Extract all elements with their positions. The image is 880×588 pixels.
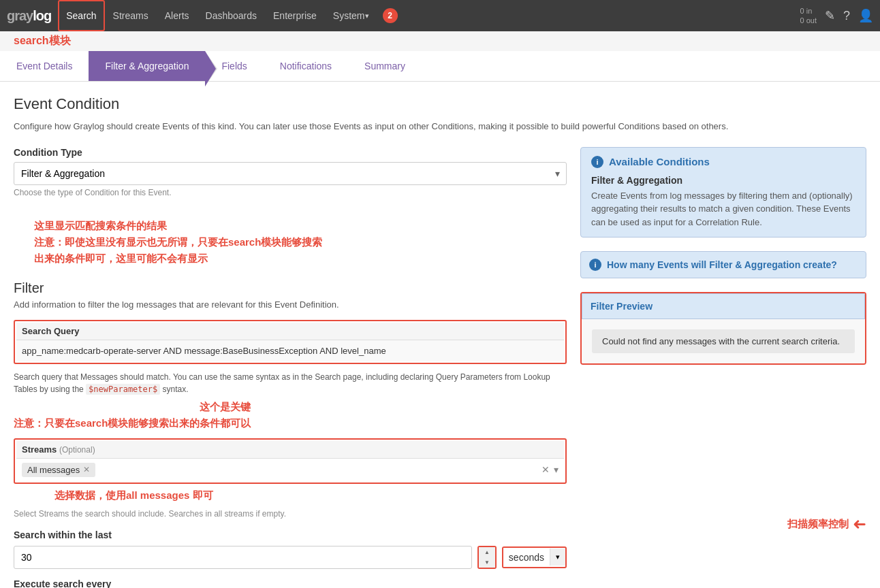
- streams-hint: Select Streams the search should include…: [14, 509, 567, 519]
- avail-conditions-subtitle: Filter & Aggregation: [591, 175, 855, 186]
- user-icon[interactable]: 👤: [858, 8, 873, 23]
- nav-search[interactable]: Search: [58, 0, 104, 31]
- how-many-info-icon: i: [589, 259, 601, 271]
- search-within-unit[interactable]: seconds ▾: [502, 546, 567, 568]
- cn-annotation-block: 这里显示匹配搜索条件的结果 注意：即使这里没有显示也无所谓，只要在search模…: [34, 218, 567, 267]
- condition-type-select-wrapper[interactable]: Filter & Aggregation: [14, 162, 567, 185]
- nav-alerts[interactable]: Alerts: [157, 0, 198, 31]
- filter-section-title: Filter: [14, 280, 567, 296]
- step-notifications[interactable]: Notifications: [264, 51, 348, 81]
- search-within-row: ▲ ▼ seconds ▾: [14, 546, 567, 569]
- cn-key-annotation: 这个是关键 注意：只要在search模块能够搜索出来的条件都可以: [14, 399, 567, 431]
- scan-rate-annotation: 扫描频率控制 ➜: [580, 514, 866, 534]
- condition-type-select[interactable]: Filter & Aggregation: [14, 162, 567, 185]
- step-filter-aggregation[interactable]: Filter & Aggregation: [89, 51, 205, 81]
- cn-scan-note: 扫描频率控制: [787, 516, 849, 532]
- left-column: Condition Type Filter & Aggregation Choo…: [14, 147, 567, 589]
- streams-optional: (Optional): [59, 445, 95, 455]
- topnav: graylog Search Streams Alerts Dashboards…: [0, 0, 880, 31]
- filter-preview-box: Filter Preview Could not find any messag…: [580, 292, 866, 365]
- topnav-right: 0 in 0 out ✎ ? 👤: [800, 6, 873, 26]
- step-summary[interactable]: Summary: [348, 51, 422, 81]
- filter-preview-title: Filter Preview: [591, 301, 653, 312]
- search-query-box: Search Query: [14, 320, 567, 364]
- search-query-input[interactable]: [16, 340, 564, 361]
- streams-label-row: Streams (Optional): [16, 441, 564, 459]
- clear-streams-icon[interactable]: ✕: [541, 464, 550, 475]
- search-within-label: Search within the last: [14, 529, 567, 540]
- filter-section-desc: Add information to filter the log messag…: [14, 299, 567, 310]
- nav-system[interactable]: System: [325, 0, 377, 31]
- main-content: Event Condition Configure how Graylog sh…: [0, 82, 880, 588]
- io-stats: 0 in 0 out: [800, 6, 817, 26]
- step-nav: Event Details Filter & Aggregation Field…: [0, 51, 880, 82]
- avail-conditions-desc: Create Events from log messages by filte…: [591, 189, 855, 229]
- nav-streams[interactable]: Streams: [105, 0, 157, 31]
- filter-preview-content: Could not find any messages with the cur…: [582, 319, 865, 363]
- search-within-input[interactable]: [14, 546, 472, 569]
- how-many-box: i How many Events will Filter & Aggregat…: [580, 251, 866, 278]
- streams-right-icons[interactable]: ✕ ▾: [541, 464, 559, 475]
- cn-streams-annotation: 选择数据，使用all messages 即可: [54, 487, 567, 504]
- search-query-label: Search Query: [16, 323, 564, 340]
- nav-enterprise[interactable]: Enterprise: [265, 0, 325, 31]
- execute-search-label: Execute search every: [14, 578, 567, 589]
- stream-tag-all-messages[interactable]: All messages ✕: [22, 463, 95, 477]
- condition-type-hint: Choose the type of Condition for this Ev…: [14, 188, 567, 197]
- step-event-details[interactable]: Event Details: [0, 51, 89, 81]
- annotation-search-module: search模块: [0, 31, 880, 51]
- page-title: Event Condition: [14, 95, 866, 113]
- filter-preview-header: Filter Preview: [582, 293, 865, 319]
- search-query-desc: Search query that Messages should match.…: [14, 371, 567, 395]
- search-within-unit-text: seconds: [503, 548, 550, 567]
- info-icon: i: [591, 156, 603, 168]
- nav-dashboards[interactable]: Dashboards: [198, 0, 266, 31]
- streams-input-row[interactable]: All messages ✕ ✕ ▾: [16, 459, 564, 481]
- edit-icon[interactable]: ✎: [825, 8, 835, 23]
- logo: graylog: [7, 8, 51, 24]
- help-icon[interactable]: ?: [843, 9, 850, 23]
- right-column: i Available Conditions Filter & Aggregat…: [580, 147, 866, 589]
- cn-line3: 出来的条件即可，这里可能不会有显示: [34, 250, 567, 267]
- filter-preview-message: Could not find any messages with the cur…: [592, 329, 855, 353]
- streams-box: Streams (Optional) All messages ✕ ✕ ▾: [14, 438, 567, 484]
- cn-line1: 这里显示匹配搜索条件的结果: [34, 218, 567, 234]
- search-within-unit-dropdown[interactable]: ▾: [550, 549, 565, 566]
- notification-badge[interactable]: 2: [383, 8, 398, 23]
- search-within-up-icon[interactable]: ▲: [479, 547, 495, 557]
- search-within-down-icon[interactable]: ▼: [479, 557, 495, 568]
- avail-conditions-title: Available Conditions: [609, 156, 710, 167]
- streams-label: Streams: [22, 444, 57, 455]
- execute-search-section: Execute search every ▲ ▼ seconds ▾: [14, 578, 567, 589]
- how-many-text: How many Events will Filter & Aggregatio…: [607, 259, 837, 270]
- search-param-code: $newParameter$: [86, 384, 160, 395]
- cn-key-text: 这个是关键 注意：只要在search模块能够搜索出来的条件都可以: [14, 399, 251, 431]
- cn-line2: 注意：即使这里没有显示也无所谓，只要在search模块能够搜索: [34, 234, 567, 250]
- search-within-section: Search within the last ▲ ▼ seconds ▾: [14, 529, 567, 569]
- streams-dropdown-icon[interactable]: ▾: [554, 464, 559, 475]
- condition-type-label: Condition Type: [14, 147, 567, 158]
- avail-conditions-header: i Available Conditions: [591, 156, 855, 168]
- stream-tag-close-icon[interactable]: ✕: [83, 465, 90, 474]
- arrow-right-icon: ➜: [853, 514, 866, 534]
- available-conditions-box: i Available Conditions Filter & Aggregat…: [580, 147, 866, 238]
- search-within-spinbox[interactable]: ▲ ▼: [477, 546, 497, 569]
- page-description: Configure how Graylog should create Even…: [14, 120, 866, 133]
